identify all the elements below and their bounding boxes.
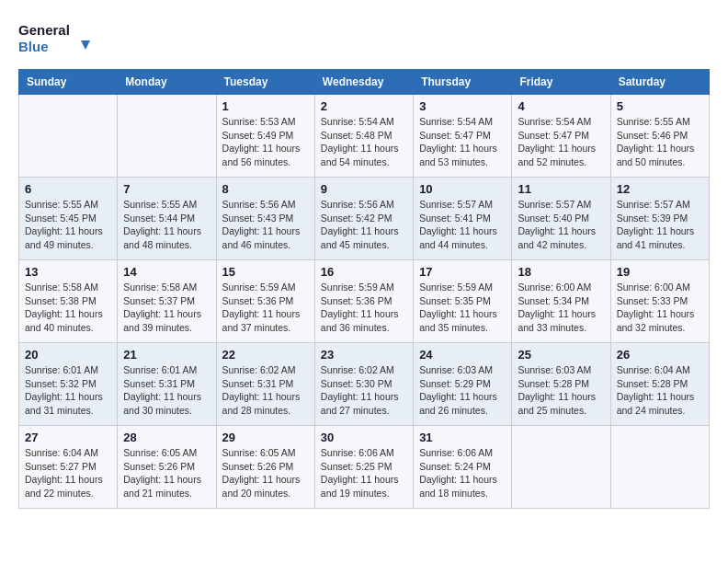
week-row-0: 1Sunrise: 5:53 AMSunset: 5:49 PMDaylight… bbox=[19, 95, 710, 178]
day-number: 28 bbox=[123, 431, 210, 444]
day-number: 21 bbox=[123, 348, 210, 362]
day-detail: Sunrise: 5:57 AMSunset: 5:40 PMDaylight:… bbox=[518, 198, 604, 252]
day-cell: 24Sunrise: 6:03 AMSunset: 5:29 PMDayligh… bbox=[414, 343, 512, 426]
day-number: 24 bbox=[419, 348, 506, 362]
day-cell: 7Sunrise: 5:55 AMSunset: 5:44 PMDaylight… bbox=[118, 178, 216, 260]
day-cell: 1Sunrise: 5:53 AMSunset: 5:49 PMDaylight… bbox=[216, 95, 314, 178]
day-cell: 3Sunrise: 5:54 AMSunset: 5:47 PMDaylight… bbox=[414, 95, 512, 178]
day-cell: 14Sunrise: 5:58 AMSunset: 5:37 PMDayligh… bbox=[118, 260, 216, 343]
day-cell: 11Sunrise: 5:57 AMSunset: 5:40 PMDayligh… bbox=[512, 178, 610, 260]
day-cell: 8Sunrise: 5:56 AMSunset: 5:43 PMDaylight… bbox=[216, 178, 314, 260]
day-number: 23 bbox=[321, 348, 407, 362]
header-cell-wednesday: Wednesday bbox=[314, 70, 413, 95]
day-number: 9 bbox=[321, 182, 407, 196]
logo: General Blue bbox=[18, 18, 92, 60]
day-cell: 29Sunrise: 6:05 AMSunset: 5:26 PMDayligh… bbox=[216, 426, 314, 509]
day-cell: 21Sunrise: 6:01 AMSunset: 5:31 PMDayligh… bbox=[118, 343, 216, 426]
day-cell: 6Sunrise: 5:55 AMSunset: 5:45 PMDaylight… bbox=[19, 178, 118, 260]
day-number: 2 bbox=[321, 99, 407, 113]
day-detail: Sunrise: 5:54 AMSunset: 5:48 PMDaylight:… bbox=[321, 115, 407, 169]
week-row-1: 6Sunrise: 5:55 AMSunset: 5:45 PMDaylight… bbox=[19, 178, 710, 260]
day-cell: 15Sunrise: 5:59 AMSunset: 5:36 PMDayligh… bbox=[216, 260, 314, 343]
day-detail: Sunrise: 5:57 AMSunset: 5:41 PMDaylight:… bbox=[419, 198, 506, 252]
day-detail: Sunrise: 5:54 AMSunset: 5:47 PMDaylight:… bbox=[518, 115, 604, 169]
day-number: 7 bbox=[123, 182, 210, 196]
day-detail: Sunrise: 5:53 AMSunset: 5:49 PMDaylight:… bbox=[222, 115, 309, 169]
day-cell bbox=[512, 426, 610, 509]
svg-text:Blue: Blue bbox=[18, 39, 49, 54]
day-detail: Sunrise: 6:02 AMSunset: 5:31 PMDaylight:… bbox=[222, 363, 309, 418]
day-detail: Sunrise: 5:54 AMSunset: 5:47 PMDaylight:… bbox=[419, 115, 506, 169]
day-detail: Sunrise: 6:05 AMSunset: 5:26 PMDaylight:… bbox=[222, 446, 309, 500]
svg-text:General: General bbox=[18, 22, 70, 38]
week-row-2: 13Sunrise: 5:58 AMSunset: 5:38 PMDayligh… bbox=[19, 260, 710, 343]
day-cell: 17Sunrise: 5:59 AMSunset: 5:35 PMDayligh… bbox=[414, 260, 512, 343]
day-number: 12 bbox=[617, 182, 703, 196]
svg-marker-2 bbox=[81, 40, 90, 50]
day-number: 4 bbox=[518, 99, 604, 113]
day-number: 26 bbox=[617, 348, 703, 362]
day-detail: Sunrise: 6:00 AMSunset: 5:33 PMDaylight:… bbox=[617, 281, 703, 335]
day-detail: Sunrise: 6:03 AMSunset: 5:28 PMDaylight:… bbox=[518, 363, 604, 418]
day-detail: Sunrise: 6:03 AMSunset: 5:29 PMDaylight:… bbox=[419, 363, 506, 418]
day-cell: 31Sunrise: 6:06 AMSunset: 5:24 PMDayligh… bbox=[414, 426, 512, 509]
day-number: 13 bbox=[25, 265, 111, 279]
day-cell: 2Sunrise: 5:54 AMSunset: 5:48 PMDaylight… bbox=[314, 95, 413, 178]
page-header: General Blue bbox=[18, 18, 710, 60]
day-number: 27 bbox=[25, 431, 111, 444]
day-number: 8 bbox=[222, 182, 309, 196]
day-detail: Sunrise: 6:05 AMSunset: 5:26 PMDaylight:… bbox=[123, 446, 210, 500]
day-detail: Sunrise: 5:58 AMSunset: 5:38 PMDaylight:… bbox=[25, 281, 111, 335]
week-row-3: 20Sunrise: 6:01 AMSunset: 5:32 PMDayligh… bbox=[19, 343, 710, 426]
day-cell: 18Sunrise: 6:00 AMSunset: 5:34 PMDayligh… bbox=[512, 260, 610, 343]
day-cell: 20Sunrise: 6:01 AMSunset: 5:32 PMDayligh… bbox=[19, 343, 118, 426]
day-detail: Sunrise: 6:02 AMSunset: 5:30 PMDaylight:… bbox=[321, 363, 407, 418]
day-number: 6 bbox=[25, 182, 111, 196]
day-number: 31 bbox=[419, 431, 506, 444]
day-detail: Sunrise: 6:01 AMSunset: 5:32 PMDaylight:… bbox=[25, 363, 111, 418]
day-detail: Sunrise: 6:04 AMSunset: 5:28 PMDaylight:… bbox=[617, 363, 703, 418]
day-cell: 25Sunrise: 6:03 AMSunset: 5:28 PMDayligh… bbox=[512, 343, 610, 426]
day-detail: Sunrise: 6:00 AMSunset: 5:34 PMDaylight:… bbox=[518, 281, 604, 335]
day-cell bbox=[118, 95, 216, 178]
day-number: 18 bbox=[518, 265, 604, 279]
header-cell-saturday: Saturday bbox=[610, 70, 709, 95]
day-cell: 12Sunrise: 5:57 AMSunset: 5:39 PMDayligh… bbox=[610, 178, 709, 260]
day-number: 11 bbox=[518, 182, 604, 196]
generalblue-logo: General Blue bbox=[18, 18, 92, 60]
day-detail: Sunrise: 6:04 AMSunset: 5:27 PMDaylight:… bbox=[25, 446, 111, 500]
day-number: 16 bbox=[321, 265, 407, 279]
header-row: SundayMondayTuesdayWednesdayThursdayFrid… bbox=[19, 70, 710, 95]
day-detail: Sunrise: 5:55 AMSunset: 5:46 PMDaylight:… bbox=[617, 115, 703, 169]
day-detail: Sunrise: 6:06 AMSunset: 5:25 PMDaylight:… bbox=[321, 446, 407, 500]
header-cell-friday: Friday bbox=[512, 70, 610, 95]
day-cell: 27Sunrise: 6:04 AMSunset: 5:27 PMDayligh… bbox=[19, 426, 118, 509]
day-number: 3 bbox=[419, 99, 506, 113]
day-cell: 13Sunrise: 5:58 AMSunset: 5:38 PMDayligh… bbox=[19, 260, 118, 343]
header-cell-monday: Monday bbox=[118, 70, 216, 95]
day-cell: 9Sunrise: 5:56 AMSunset: 5:42 PMDaylight… bbox=[314, 178, 413, 260]
day-detail: Sunrise: 5:59 AMSunset: 5:36 PMDaylight:… bbox=[222, 281, 309, 335]
day-detail: Sunrise: 5:56 AMSunset: 5:43 PMDaylight:… bbox=[222, 198, 309, 252]
day-detail: Sunrise: 6:06 AMSunset: 5:24 PMDaylight:… bbox=[419, 446, 506, 500]
day-cell: 10Sunrise: 5:57 AMSunset: 5:41 PMDayligh… bbox=[414, 178, 512, 260]
day-detail: Sunrise: 5:55 AMSunset: 5:44 PMDaylight:… bbox=[123, 198, 210, 252]
day-cell: 30Sunrise: 6:06 AMSunset: 5:25 PMDayligh… bbox=[314, 426, 413, 509]
day-detail: Sunrise: 5:59 AMSunset: 5:35 PMDaylight:… bbox=[419, 281, 506, 335]
day-cell bbox=[610, 426, 709, 509]
day-number: 20 bbox=[25, 348, 111, 362]
day-number: 19 bbox=[617, 265, 703, 279]
day-detail: Sunrise: 5:57 AMSunset: 5:39 PMDaylight:… bbox=[617, 198, 703, 252]
day-detail: Sunrise: 5:56 AMSunset: 5:42 PMDaylight:… bbox=[321, 198, 407, 252]
day-number: 29 bbox=[222, 431, 309, 444]
header-cell-thursday: Thursday bbox=[414, 70, 512, 95]
calendar-table: SundayMondayTuesdayWednesdayThursdayFrid… bbox=[18, 69, 710, 509]
day-detail: Sunrise: 5:55 AMSunset: 5:45 PMDaylight:… bbox=[25, 198, 111, 252]
day-detail: Sunrise: 5:58 AMSunset: 5:37 PMDaylight:… bbox=[123, 281, 210, 335]
header-cell-sunday: Sunday bbox=[19, 70, 118, 95]
day-number: 22 bbox=[222, 348, 309, 362]
day-cell: 16Sunrise: 5:59 AMSunset: 5:36 PMDayligh… bbox=[314, 260, 413, 343]
day-cell: 19Sunrise: 6:00 AMSunset: 5:33 PMDayligh… bbox=[610, 260, 709, 343]
day-number: 25 bbox=[518, 348, 604, 362]
day-cell: 22Sunrise: 6:02 AMSunset: 5:31 PMDayligh… bbox=[216, 343, 314, 426]
